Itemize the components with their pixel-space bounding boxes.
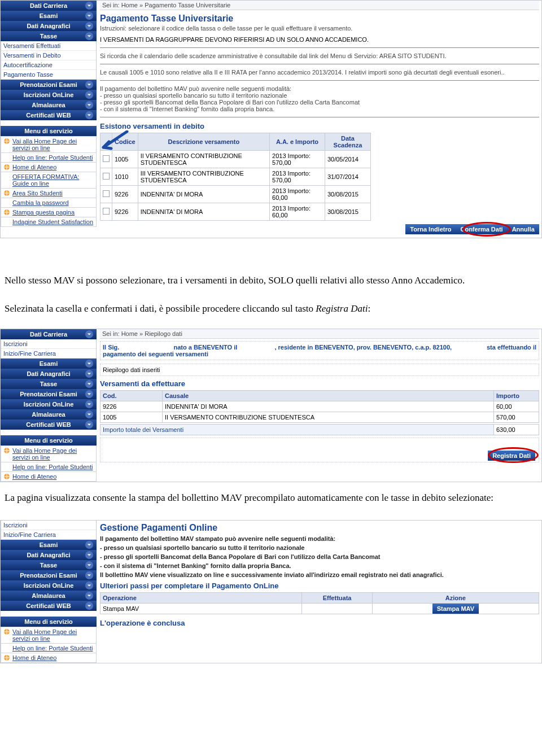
operations-table: Operazione Effettuata Azione Stampa MAV …: [100, 592, 539, 614]
person-line: Il Sig. nato a BENEVENTO il , residente …: [103, 344, 536, 351]
cell-date: 30/05/2014: [325, 151, 370, 168]
submenu-item[interactable]: Pagamento Tasse: [1, 70, 96, 80]
service-link[interactable]: OFFERTA FORMATIVA: Guide on line: [12, 173, 94, 187]
divider: [100, 117, 539, 117]
menu-group[interactable]: Iscrizioni OnLine: [1, 399, 97, 409]
divider: [100, 80, 539, 81]
body-paragraph-3: La pagina visualizzata consente la stamp…: [5, 491, 537, 505]
service-item[interactable]: OFFERTA FORMATIVA: Guide on line: [1, 172, 97, 189]
sidebar: Dati CarrieraEsamiDati AnagraficiTasseVe…: [1, 1, 97, 238]
row-checkbox[interactable]: [103, 155, 110, 162]
menu-group[interactable]: Almalaurea: [1, 409, 97, 419]
row-checkbox[interactable]: [103, 173, 110, 180]
submenu-item[interactable]: Versamenti Effettuati: [1, 41, 96, 51]
menu-group-label: Iscrizioni OnLine: [24, 91, 74, 98]
cell-aa: 2013 Importo: 570,00: [270, 168, 325, 186]
menu-group[interactable]: Tasse: [1, 379, 97, 389]
menu-group[interactable]: Iscrizioni OnLine: [1, 580, 97, 591]
menu-group[interactable]: Esami: [1, 359, 97, 369]
versamenti-effettuare-table: Cod. Causale Importo 9226INDENNITA' DI M…: [100, 390, 539, 423]
col-operazione: Operazione: [100, 593, 302, 604]
service-link[interactable]: Help on line: Portale Studenti: [12, 464, 93, 470]
menu-group[interactable]: Tasse: [1, 560, 97, 570]
service-item[interactable]: Vai alla Home Page dei servizi on line: [1, 136, 97, 153]
submenu-item[interactable]: Iscrizioni: [1, 521, 96, 530]
menu-group[interactable]: Dati Carriera: [1, 1, 97, 11]
p2-c: :: [368, 303, 370, 314]
globe-icon: [3, 138, 10, 145]
menu-group[interactable]: Dati Anagrafici: [1, 369, 97, 379]
service-item[interactable]: Area Sito Studenti: [1, 189, 97, 198]
submenu-item[interactable]: Inizio/Fine Carriera: [1, 349, 96, 359]
stampa-mav-button[interactable]: Stampa MAV: [432, 604, 479, 614]
service-item[interactable]: Help on line: Portale Studenti: [1, 153, 97, 163]
menu-group[interactable]: Dati Anagrafici: [1, 21, 97, 31]
menu-group[interactable]: Iscrizioni OnLine: [1, 90, 97, 100]
menu-group[interactable]: Almalaurea: [1, 100, 97, 110]
service-item[interactable]: Home di Ateneo: [1, 472, 97, 482]
done-title: L'operazione è conclusa: [100, 619, 539, 627]
submenu-item[interactable]: Inizio/Fine Carriera: [1, 530, 96, 540]
menu-group[interactable]: Tasse: [1, 31, 97, 41]
total-table: Importo totale dei Versamenti 630,00: [100, 424, 539, 435]
row-checkbox[interactable]: [103, 190, 110, 197]
submenu-item[interactable]: Versamenti in Debito: [1, 51, 96, 60]
col-codice: Codice: [112, 133, 138, 151]
menu-group[interactable]: Certificati WEB: [1, 419, 97, 430]
chevron-down-icon: [85, 2, 93, 10]
back-button[interactable]: Torna Indietro: [405, 224, 456, 234]
col-cod: Cod.: [100, 390, 163, 401]
submenu-item[interactable]: Iscrizioni: [1, 339, 96, 349]
info-line: Il pagamento del bollettino MAV stampato…: [100, 535, 539, 542]
menu-group[interactable]: Esami: [1, 540, 97, 550]
service-item[interactable]: Cambia la password: [1, 198, 97, 208]
service-link[interactable]: Home di Ateneo: [12, 164, 56, 171]
menu-group[interactable]: Dati Anagrafici: [1, 550, 97, 560]
screenshot-2: Dati CarrieraIscrizioniInizio/Fine Carri…: [0, 329, 542, 482]
cancel-button[interactable]: Annulla: [508, 224, 539, 234]
chevron-down-icon: [85, 22, 93, 30]
op-done: [302, 604, 372, 614]
service-link[interactable]: Home di Ateneo: [12, 654, 56, 661]
service-link[interactable]: Cambia la password: [12, 199, 69, 206]
service-link[interactable]: Vai alla Home Page dei servizi on line: [12, 447, 94, 461]
service-link[interactable]: Vai alla Home Page dei servizi on line: [12, 138, 94, 151]
service-link[interactable]: Indagine Student Satisfaction: [12, 219, 93, 225]
menu-group[interactable]: Prenotazioni Esami: [1, 570, 97, 580]
service-item[interactable]: Stampa questa pagina: [1, 208, 97, 217]
service-item[interactable]: Home di Ateneo: [1, 653, 97, 663]
globe-icon: [3, 209, 10, 216]
main-panel: Gestione Pagamenti Online Il pagamento d…: [97, 521, 541, 663]
service-item[interactable]: Vai alla Home Page dei servizi on line: [1, 445, 97, 462]
service-link[interactable]: Stampa questa pagina: [12, 209, 75, 216]
menu-group[interactable]: Certificati WEB: [1, 601, 97, 611]
service-link[interactable]: Area Sito Studenti: [12, 190, 63, 196]
menu-group[interactable]: Prenotazioni Esami: [1, 80, 97, 90]
menu-group[interactable]: Esami: [1, 11, 97, 21]
menu-group[interactable]: Prenotazioni Esami: [1, 389, 97, 399]
service-item[interactable]: Help on line: Portale Studenti: [1, 462, 97, 472]
menu-group[interactable]: Certificati WEB: [1, 110, 97, 120]
menu-group-label: Dati Anagrafici: [27, 23, 70, 29]
highlight-circle: [462, 222, 511, 237]
service-item[interactable]: Vai alla Home Page dei servizi on line: [1, 627, 97, 644]
breadcrumb: Sei in: Home » Pagamento Tasse Universit…: [100, 1, 539, 10]
chevron-down-icon: [85, 400, 93, 408]
service-link[interactable]: Vai alla Home Page dei servizi on line: [12, 628, 94, 642]
service-link[interactable]: Help on line: Portale Studenti: [12, 154, 93, 161]
service-item[interactable]: Help on line: Portale Studenti: [1, 644, 97, 653]
chevron-down-icon: [85, 541, 93, 549]
service-item[interactable]: Home di Ateneo: [1, 163, 97, 172]
chevron-down-icon: [85, 101, 93, 109]
service-link[interactable]: Help on line: Portale Studenti: [12, 645, 93, 652]
menu-group[interactable]: Almalaurea: [1, 591, 97, 601]
chevron-down-icon: [85, 380, 93, 388]
service-item[interactable]: Indagine Student Satisfaction: [1, 217, 97, 227]
body-paragraph-2: Selezinata la casella e confermati i dat…: [5, 300, 537, 317]
pagamento-line: pagamento dei seguenti versamenti: [103, 351, 536, 357]
row-checkbox[interactable]: [103, 208, 110, 215]
submenu-item[interactable]: Autocertificazione: [1, 60, 96, 70]
info-line: - presso un qualsiasi sportello bancario…: [100, 544, 539, 551]
service-link[interactable]: Home di Ateneo: [12, 473, 56, 480]
menu-group[interactable]: Dati Carriera: [1, 329, 97, 339]
